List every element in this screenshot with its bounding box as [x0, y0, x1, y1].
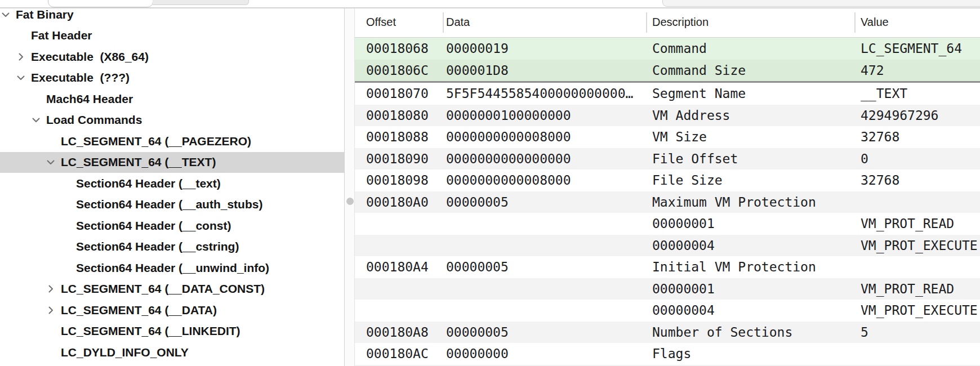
cell-data: 0000000000000000 [446, 148, 652, 170]
column-header-value[interactable]: Value [861, 8, 980, 37]
table-row[interactable]: 000180A8 00000005 Number of Sections 5 [355, 322, 980, 343]
cell-data: 0000000000008000 [446, 126, 652, 148]
cell-offset: 00018068 [366, 38, 446, 60]
column-separator[interactable] [646, 12, 647, 33]
cell-description: File Offset [652, 148, 861, 170]
cell-value: VM_PROT_READ [861, 213, 980, 235]
cell-data [446, 213, 652, 235]
cell-description: Segment Name [652, 83, 861, 105]
cell-value: 472 [861, 60, 980, 82]
sidebar-item-lc-segment-data-const[interactable]: LC_SEGMENT_64 (__DATA_CONST) [0, 279, 344, 300]
table-header: Offset Data Description Value [355, 8, 980, 38]
chevron-down-icon[interactable] [46, 158, 55, 167]
column-header-description[interactable]: Description [652, 8, 861, 37]
cell-description: Number of Sections [652, 322, 861, 343]
cell-value [861, 343, 980, 365]
table-row[interactable]: 000180A0 00000005 Maximum VM Protection [355, 191, 980, 213]
sidebar-item-label: LC_SEGMENT_64 (__PAGEZERO) [61, 135, 251, 148]
table-row[interactable]: 000180AC 00000000 Flags [355, 343, 980, 365]
cell-description: 00000004 [652, 300, 861, 322]
sidebar-item-label: LC_SEGMENT_64 (__DATA) [61, 303, 217, 317]
sidebar-item-section-const[interactable]: Section64 Header (__const) [0, 215, 344, 236]
cell-description: 00000001 [652, 213, 861, 235]
sidebar-item-section-cstring[interactable]: Section64 Header (__cstring) [0, 236, 344, 258]
cell-description: 00000001 [652, 278, 861, 300]
sidebar-item-label: LC_SEGMENT_64 (__DATA_CONST) [61, 282, 265, 296]
sidebar-item-label: Fat Binary [16, 8, 74, 21]
cell-offset: 000180AC [366, 343, 446, 365]
cell-value: 32768 [861, 126, 980, 148]
cell-description: Command [652, 38, 861, 60]
cell-value: 5 [861, 322, 980, 343]
sidebar-item-executable-x86-64[interactable]: Executable (X86_64) [0, 46, 344, 68]
sidebar-item-lc-segment-text[interactable]: LC_SEGMENT_64 (__TEXT) [0, 152, 344, 173]
cell-value: 32768 [861, 169, 980, 191]
sidebar-item-label: Section64 Header (__text) [76, 177, 221, 190]
cell-offset [366, 300, 446, 322]
chevron-right-icon[interactable] [46, 306, 55, 315]
cell-offset: 000180A8 [366, 322, 446, 343]
table-row[interactable]: 000180A4 00000005 Initial VM Protection [355, 256, 980, 278]
cell-offset: 00018090 [366, 148, 446, 170]
cell-data: 00000019 [446, 38, 652, 60]
cell-data: 000001D8 [446, 60, 652, 82]
toolbar-divider [0, 7, 980, 8]
table-row[interactable]: 00000001 VM_PROT_READ [355, 213, 980, 235]
table-row[interactable]: 00018088 0000000000008000 VM Size 32768 [355, 126, 980, 148]
sidebar-item-section-auth-stubs[interactable]: Section64 Header (__auth_stubs) [0, 194, 344, 216]
sidebar-item-fat-binary[interactable]: Fat Binary [0, 8, 344, 25]
table-row[interactable]: 00018090 0000000000000000 File Offset 0 [355, 148, 980, 170]
cell-data: 00000005 [446, 322, 652, 343]
chevron-down-icon[interactable] [16, 73, 25, 82]
table-row[interactable]: 00000001 VM_PROT_READ [355, 278, 980, 300]
cell-value: VM_PROT_READ [861, 278, 980, 300]
table-row[interactable]: 00018080 0000000100000000 VM Address 429… [355, 105, 980, 127]
cell-value: VM_PROT_EXECUTE [861, 300, 980, 322]
sidebar-item-section-text[interactable]: Section64 Header (__text) [0, 173, 344, 194]
table-row[interactable]: 00000004 VM_PROT_EXECUTE [355, 300, 980, 322]
sidebar-item-label: Section64 Header (__cstring) [76, 240, 239, 253]
sidebar-item-lc-segment-pagezero[interactable]: LC_SEGMENT_64 (__PAGEZERO) [0, 131, 344, 152]
sidebar-item-load-commands[interactable]: Load Commands [0, 110, 344, 131]
sidebar-item-label: Executable (X86_64) [31, 50, 149, 64]
table-row[interactable]: 00018098 0000000000008000 File Size 3276… [355, 169, 980, 191]
cell-data: 5F5F5445585400000000000… [446, 83, 652, 105]
cell-data [446, 278, 652, 300]
column-header-offset[interactable]: Offset [366, 8, 446, 37]
toolbar-tab-active[interactable] [48, 0, 153, 7]
table-row[interactable]: 00000004 VM_PROT_EXECUTE [355, 235, 980, 257]
toolbar-tab-inactive[interactable] [153, 0, 249, 5]
sidebar-item-lc-segment-data[interactable]: LC_SEGMENT_64 (__DATA) [0, 300, 344, 321]
sidebar-item-label: Executable (???) [31, 71, 130, 84]
column-separator[interactable] [854, 12, 856, 33]
chevron-down-icon[interactable] [32, 115, 41, 124]
toolbar-search-field[interactable] [662, 0, 980, 7]
cell-description: File Size [652, 169, 861, 191]
column-separator[interactable] [443, 12, 444, 33]
table-row[interactable]: 00018070 5F5F5445585400000000000… Segmen… [355, 83, 980, 105]
sidebar-item-label: Section64 Header (__auth_stubs) [76, 198, 262, 211]
cell-offset: 00018080 [366, 105, 446, 127]
drag-handle-dot[interactable] [346, 198, 354, 205]
sidebar-item-section-unwind-info[interactable]: Section64 Header (__unwind_info) [0, 257, 344, 279]
field-table: Offset Data Description Value 00018068 0… [355, 8, 980, 366]
chevron-right-icon[interactable] [46, 284, 55, 293]
sidebar-item-lc-dyld-info-only[interactable]: LC_DYLD_INFO_ONLY [0, 342, 344, 363]
table-row[interactable]: 0001806C 000001D8 Command Size 472 [355, 60, 980, 82]
cell-value: VM_PROT_EXECUTE [861, 235, 980, 257]
tree: Fat Binary Fat Header Executable (X86_64… [0, 8, 344, 363]
sidebar-item-fat-header[interactable]: Fat Header [0, 25, 344, 47]
cell-description: Command Size [652, 60, 861, 82]
sidebar-item-executable-unknown[interactable]: Executable (???) [0, 68, 344, 89]
chevron-right-icon[interactable] [16, 52, 25, 61]
sidebar-item-mach64-header[interactable]: Mach64 Header [0, 88, 344, 110]
sidebar-item-label: Load Commands [46, 113, 142, 127]
cell-data: 0000000100000000 [446, 105, 652, 127]
split-view-divider[interactable] [345, 8, 355, 366]
cell-offset: 00018070 [366, 83, 446, 105]
column-header-data[interactable]: Data [446, 8, 652, 37]
cell-value: 0 [861, 148, 980, 170]
chevron-down-icon[interactable] [1, 10, 10, 19]
sidebar-item-lc-segment-linkedit[interactable]: LC_SEGMENT_64 (__LINKEDIT) [0, 321, 344, 342]
table-row[interactable]: 00018068 00000019 Command LC_SEGMENT_64 [355, 38, 980, 60]
